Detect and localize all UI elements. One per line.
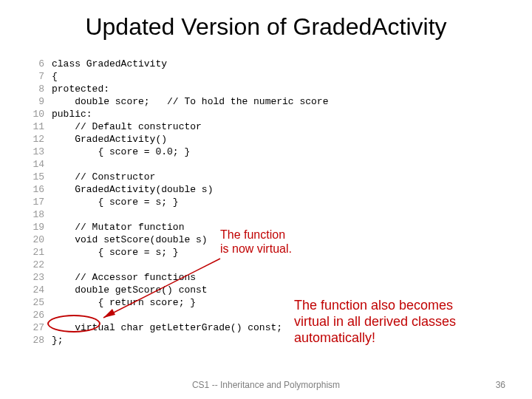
annotation-virtual: The function is now virtual.: [220, 228, 292, 256]
line-number: 17: [28, 196, 44, 208]
line-number: 27: [28, 321, 44, 334]
slide-footer: CS1 -- Inheritance and Polymorphism: [0, 380, 532, 390]
code-line: 13 { score = 0.0; }: [28, 146, 328, 158]
code-line: 9 double score; // To hold the numeric s…: [28, 95, 328, 108]
line-number: 15: [28, 171, 44, 183]
code-text: { score = 0.0; }: [52, 146, 190, 157]
code-line: 15 // Constructor: [28, 171, 328, 183]
line-number: 12: [28, 133, 44, 146]
code-text: { score = s; }: [52, 247, 179, 258]
code-line: 27 virtual char getLetterGrade() const;: [28, 321, 328, 334]
code-text: // Accessor functions: [52, 272, 196, 283]
code-text: };: [52, 335, 64, 346]
line-number: 25: [28, 296, 44, 309]
code-line: 12 GradedActivity(): [28, 133, 328, 146]
code-text: {: [52, 71, 58, 82]
annotation-derived-line2: virtual in all derived classes: [294, 314, 456, 329]
code-text: double getScore() const: [52, 284, 208, 296]
line-number: 26: [28, 309, 44, 321]
code-line: 28};: [28, 334, 328, 347]
line-number: 23: [28, 271, 44, 284]
code-line: 18: [28, 208, 328, 221]
line-number: 10: [28, 108, 44, 120]
code-line: 6class GradedActivity: [28, 58, 328, 70]
page-number: 36: [496, 380, 505, 390]
line-number: 21: [28, 246, 44, 259]
line-number: 19: [28, 221, 44, 233]
code-text: class GradedActivity: [52, 58, 167, 69]
code-line: 16 GradedActivity(double s): [28, 183, 328, 196]
annotation-derived: The function also becomes virtual in all…: [294, 297, 456, 346]
code-line: 14: [28, 158, 328, 171]
code-text: // Default constructor: [52, 121, 202, 132]
line-number: 7: [28, 70, 44, 83]
slide-title: Updated Version of GradedActivity: [0, 0, 532, 48]
code-line: 23 // Accessor functions: [28, 271, 328, 284]
code-text: virtual char getLetterGrade() const;: [52, 322, 282, 333]
line-number: 14: [28, 158, 44, 171]
line-number: 22: [28, 259, 44, 271]
line-number: 11: [28, 120, 44, 133]
code-line: 8protected:: [28, 83, 328, 95]
annotation-virtual-line1: The function: [220, 228, 285, 241]
line-number: 8: [28, 83, 44, 95]
annotation-derived-line3: automatically!: [294, 330, 375, 345]
code-line: 26: [28, 309, 328, 321]
code-line: 10public:: [28, 108, 328, 120]
line-number: 28: [28, 334, 44, 347]
line-number: 18: [28, 208, 44, 221]
line-number: 24: [28, 284, 44, 296]
code-line: 17 { score = s; }: [28, 196, 328, 208]
line-number: 9: [28, 95, 44, 108]
code-listing: 6class GradedActivity7{8protected:9 doub…: [28, 58, 328, 347]
line-number: 6: [28, 58, 44, 70]
code-line: 11 // Default constructor: [28, 120, 328, 133]
line-number: 13: [28, 146, 44, 158]
code-text: GradedActivity(double s): [52, 184, 213, 195]
line-number: 16: [28, 183, 44, 196]
code-text: void setScore(double s): [52, 234, 208, 245]
code-line: 25 { return score; }: [28, 296, 328, 309]
code-line: 7{: [28, 70, 328, 83]
code-text: GradedActivity(): [52, 134, 167, 145]
code-text: { return score; }: [52, 297, 196, 308]
code-text: { score = s; }: [52, 197, 179, 208]
code-text: // Constructor: [52, 171, 155, 183]
code-line: 24 double getScore() const: [28, 284, 328, 296]
code-text: double score; // To hold the numeric sco…: [52, 96, 328, 107]
code-text: // Mutator function: [52, 222, 184, 233]
line-number: 20: [28, 233, 44, 246]
code-line: 22: [28, 259, 328, 271]
code-text: public:: [52, 109, 92, 120]
code-text: protected:: [52, 83, 109, 95]
annotation-derived-line1: The function also becomes: [294, 298, 453, 313]
annotation-virtual-line2: is now virtual.: [220, 242, 292, 255]
